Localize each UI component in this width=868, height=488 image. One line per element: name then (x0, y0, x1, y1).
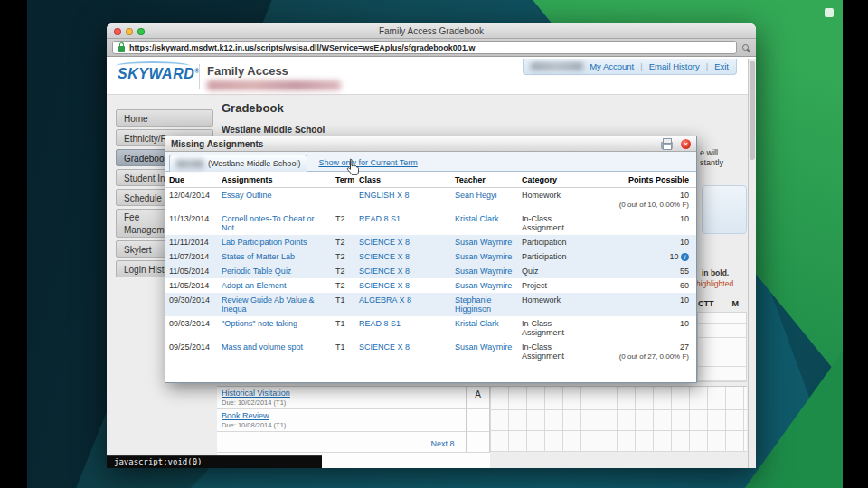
assignment-link[interactable]: Book Review (222, 411, 461, 420)
class-link[interactable]: SCIENCE X 8 (359, 238, 410, 247)
email-history-link[interactable]: Email History (649, 61, 700, 71)
teacher-cell: Kristal Clark (451, 211, 518, 235)
term-cell (332, 188, 355, 212)
student-tab[interactable]: (Westlane Middle School) (169, 155, 307, 172)
points-cell: 60 (587, 278, 696, 293)
class-link[interactable]: SCIENCE X 8 (359, 252, 410, 261)
partial-grade-grid (696, 312, 747, 382)
class-cell: SCIENCE X 8 (355, 249, 451, 264)
missing-assignments-table: Due Assignments Term Class Teacher Categ… (165, 172, 696, 363)
assignment-cell: Review Guide Ab Value & Inequa (218, 293, 332, 316)
term-cell: T1 (332, 316, 355, 340)
points-cell: 10(0 out of 10, 0.00% F) (587, 188, 696, 212)
category-cell: Participation (518, 249, 587, 264)
close-window-button[interactable] (114, 28, 121, 35)
teacher-cell: Stephanie Higginson (451, 293, 518, 316)
cursor-hand-icon (346, 158, 360, 175)
teacher-link[interactable]: Susan Waymire (455, 281, 512, 290)
my-account-link[interactable]: My Account (590, 61, 634, 71)
column-header-assignments[interactable]: Assignments (218, 172, 332, 188)
assignment-link[interactable]: Essay Outline (222, 191, 272, 200)
top-nav: My Account | Email History | Exit (523, 59, 737, 75)
assignment-cell: Cornell notes-To Cheat or Not (218, 211, 332, 235)
due-date: 11/11/2014 (165, 235, 218, 249)
window-title: Family Access Gradebook (107, 23, 756, 39)
term-cell: T1 (332, 340, 355, 363)
category-cell: Homework (518, 293, 587, 316)
class-link[interactable]: SCIENCE X 8 (359, 343, 410, 352)
column-header-teacher[interactable]: Teacher (451, 172, 518, 188)
teacher-link[interactable]: Sean Hegyi (455, 191, 497, 200)
zoom-window-button[interactable] (137, 28, 145, 35)
assignment-link[interactable]: Review Guide Ab Value & Inequa (222, 296, 314, 314)
assignment-link[interactable]: Mass and volume spot (222, 343, 303, 352)
assignment-link[interactable]: States of Matter Lab (222, 252, 295, 261)
sidebar-item-home[interactable]: Home (116, 109, 213, 127)
info-icon[interactable]: i (681, 253, 689, 261)
teacher-link[interactable]: Susan Waymire (455, 267, 512, 276)
class-cell: READ 8 S1 (355, 211, 451, 235)
category-cell: In-Class Assignment (518, 316, 587, 340)
points-cell: 10 i (587, 249, 696, 264)
browser-titlebar[interactable]: Family Access Gradebook (107, 23, 756, 39)
show-current-term-link[interactable]: Show only for Current Term (318, 158, 417, 167)
assignment-cell: Periodic Table Quiz (218, 264, 332, 278)
scrollbar[interactable] (748, 59, 756, 468)
assignment-link[interactable]: "Options" note taking (222, 319, 297, 328)
close-icon[interactable]: × (681, 139, 691, 149)
due-date: 11/05/2014 (165, 264, 218, 278)
teacher-link[interactable]: Kristal Clark (455, 214, 499, 223)
points-cell: 10 (587, 293, 696, 316)
list-item: Historical Visitation Due: 10/02/2014 (T… (217, 387, 490, 409)
class-cell: ENGLISH X 8 (355, 188, 451, 212)
print-icon[interactable] (661, 142, 673, 149)
column-header-points[interactable]: Points Possible (587, 172, 696, 188)
next-page-link[interactable]: Next 8... (430, 439, 461, 448)
due-date: 09/25/2014 (165, 340, 218, 363)
due-date: 11/07/2014 (165, 249, 218, 264)
teacher-link[interactable]: Susan Waymire (455, 252, 512, 261)
assignment-cell: Essay Outline (218, 188, 332, 212)
class-link[interactable]: ALGEBRA X 8 (359, 296, 411, 305)
assignment-link[interactable]: Adopt an Element (222, 281, 287, 290)
skyward-logo[interactable]: SKYWARD® (118, 66, 200, 82)
column-header-due[interactable]: Due (165, 172, 218, 188)
dialog-header[interactable]: Missing Assignments × (165, 136, 696, 152)
class-link[interactable]: READ 8 S1 (359, 214, 401, 223)
teacher-link[interactable]: Susan Waymire (455, 238, 512, 247)
due-date: 09/30/2014 (165, 293, 218, 316)
table-header-row: Due Assignments Term Class Teacher Categ… (165, 172, 696, 188)
address-bar[interactable]: https://skyward.msdwt.k12.in.us/scripts/… (112, 41, 737, 54)
assignment-link[interactable]: Historical Visitation (222, 389, 461, 398)
overlay-corner-icon[interactable] (825, 8, 834, 17)
points-cell: 10 (587, 211, 696, 235)
exit-link[interactable]: Exit (714, 61, 729, 71)
class-link[interactable]: READ 8 S1 (359, 319, 401, 328)
assignment-link[interactable]: Cornell notes-To Cheat or Not (222, 214, 315, 232)
tab-school-label: (Westlane Middle School) (208, 159, 300, 168)
class-cell: SCIENCE X 8 (355, 278, 451, 293)
category-cell: Homework (518, 188, 587, 212)
assignment-link[interactable]: Lab Participation Points (222, 238, 307, 247)
column-header-class[interactable]: Class (355, 172, 451, 188)
scrollbar-thumb[interactable] (750, 61, 755, 160)
teacher-cell: Susan Waymire (451, 235, 518, 249)
assignment-link[interactable]: Periodic Table Quiz (222, 267, 291, 276)
column-header-category[interactable]: Category (518, 172, 587, 188)
teacher-link[interactable]: Stephanie Higginson (455, 296, 492, 314)
class-link[interactable]: SCIENCE X 8 (359, 267, 410, 276)
class-link[interactable]: ENGLISH X 8 (359, 191, 410, 200)
search-icon[interactable] (742, 44, 749, 51)
dialog-tabbar: (Westlane Middle School) Show only for C… (165, 152, 696, 172)
teacher-link[interactable]: Susan Waymire (455, 343, 512, 352)
assignment-row: 09/25/2014Mass and volume spotT1SCIENCE … (165, 340, 696, 363)
class-cell: SCIENCE X 8 (355, 340, 451, 363)
redacted-user-name (207, 80, 341, 90)
minimize-window-button[interactable] (126, 28, 133, 35)
class-link[interactable]: SCIENCE X 8 (359, 281, 410, 290)
teacher-link[interactable]: Kristal Clark (455, 319, 499, 328)
assignment-row: 09/03/2014"Options" note takingT1READ 8 … (165, 316, 696, 340)
points-cell: 10 (587, 316, 696, 340)
category-cell: In-Class Assignment (518, 340, 587, 363)
assignment-cell: Mass and volume spot (218, 340, 332, 363)
